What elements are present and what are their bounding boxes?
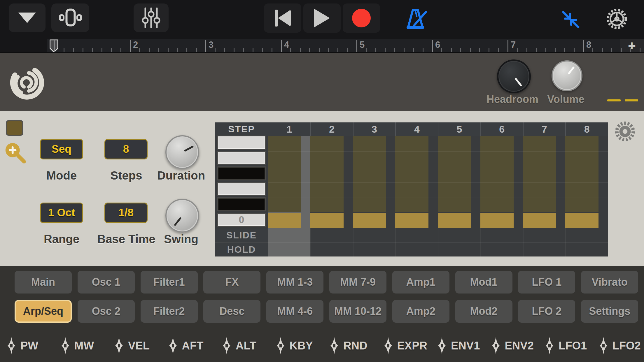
slide-cell[interactable] bbox=[523, 229, 566, 242]
slide-cell[interactable] bbox=[565, 229, 608, 242]
step-column-header[interactable]: 8 bbox=[565, 122, 608, 136]
tab-filter2[interactable]: Filter2 bbox=[141, 300, 198, 323]
tab-lfo-1[interactable]: LFO 1 bbox=[518, 271, 575, 294]
hold-cell[interactable] bbox=[523, 243, 566, 256]
mod-source-pw[interactable]: PW bbox=[7, 329, 38, 362]
mode-value-box[interactable]: Seq bbox=[40, 139, 83, 159]
tab-mod1[interactable]: Mod1 bbox=[455, 271, 512, 294]
tab-desc[interactable]: Desc bbox=[203, 300, 260, 323]
slide-cell[interactable] bbox=[268, 229, 310, 242]
tab-main[interactable]: Main bbox=[15, 271, 72, 294]
pitch-row-box[interactable] bbox=[217, 151, 266, 165]
step-value-bar[interactable] bbox=[353, 213, 386, 228]
step-note-cell[interactable] bbox=[310, 136, 344, 212]
step-column-header[interactable]: 2 bbox=[310, 122, 353, 136]
step-note-cell[interactable] bbox=[523, 136, 556, 212]
step-value-bar[interactable] bbox=[268, 213, 301, 228]
mod-source-lfo2[interactable]: LFO2 bbox=[599, 329, 641, 362]
step-note-cell[interactable] bbox=[268, 136, 301, 212]
slide-cell[interactable] bbox=[353, 229, 396, 242]
mod-source-kby[interactable]: KBY bbox=[276, 329, 313, 362]
disclosure-button[interactable] bbox=[9, 3, 46, 32]
ruler-strip[interactable]: + 2345678 bbox=[47, 39, 644, 52]
volume-knob[interactable] bbox=[552, 60, 582, 91]
step-note-cell[interactable] bbox=[353, 136, 386, 212]
hold-cell[interactable] bbox=[565, 243, 608, 256]
tab-mm-10-12[interactable]: MM 10-12 bbox=[329, 300, 386, 323]
grid-settings-gear-button[interactable] bbox=[614, 120, 636, 143]
step-column-header[interactable]: 7 bbox=[523, 122, 566, 136]
step-value-bar[interactable] bbox=[480, 213, 514, 228]
color-swatch[interactable] bbox=[6, 120, 23, 136]
step-note-cell[interactable] bbox=[438, 136, 471, 212]
metronome-button[interactable] bbox=[402, 7, 428, 31]
pitch-row-box[interactable] bbox=[217, 166, 266, 180]
rewind-button[interactable] bbox=[264, 3, 301, 33]
add-button[interactable]: + bbox=[628, 40, 636, 52]
hold-cell[interactable] bbox=[268, 243, 310, 256]
step-column-header[interactable]: 1 bbox=[268, 122, 310, 136]
mod-source-lfo1[interactable]: LFO1 bbox=[545, 329, 587, 362]
step-value-bar[interactable] bbox=[565, 213, 598, 228]
step-column-header[interactable]: 4 bbox=[395, 122, 438, 136]
step-value-bar[interactable] bbox=[310, 213, 344, 228]
record-button[interactable] bbox=[343, 3, 380, 33]
collapse-arrows-button[interactable] bbox=[561, 10, 580, 29]
hold-cell[interactable] bbox=[395, 243, 438, 256]
step-column-header[interactable]: 5 bbox=[438, 122, 480, 136]
step-note-cell[interactable] bbox=[480, 136, 514, 212]
tab-osc-1[interactable]: Osc 1 bbox=[78, 271, 135, 294]
tab-amp1[interactable]: Amp1 bbox=[392, 271, 449, 294]
tab-mod2[interactable]: Mod2 bbox=[455, 300, 512, 323]
mod-source-env1[interactable]: ENV1 bbox=[438, 329, 480, 362]
mod-source-expr[interactable]: EXPR bbox=[384, 329, 428, 362]
mod-source-aft[interactable]: AFT bbox=[169, 329, 204, 362]
mod-source-alt[interactable]: ALT bbox=[222, 329, 256, 362]
tab-arp-seq[interactable]: Arp/Seq bbox=[15, 300, 72, 323]
tab-amp2[interactable]: Amp2 bbox=[392, 300, 449, 323]
pitch-row-box[interactable] bbox=[217, 136, 266, 150]
mod-source-rnd[interactable]: RND bbox=[330, 329, 367, 362]
mod-source-env2[interactable]: ENV2 bbox=[491, 329, 534, 362]
tab-fx[interactable]: FX bbox=[203, 271, 260, 294]
tab-mm-4-6[interactable]: MM 4-6 bbox=[266, 300, 323, 323]
tab-vibrato[interactable]: Vibrato bbox=[581, 271, 638, 294]
tab-lfo-2[interactable]: LFO 2 bbox=[518, 300, 575, 323]
pitch-row-box[interactable] bbox=[217, 182, 266, 196]
slide-cell[interactable] bbox=[395, 229, 438, 242]
step-value-bar[interactable] bbox=[395, 213, 428, 228]
step-value-bar[interactable] bbox=[523, 213, 556, 228]
slide-cell[interactable] bbox=[480, 229, 523, 242]
tracks-view-button[interactable] bbox=[51, 3, 89, 32]
mixer-button[interactable] bbox=[134, 3, 169, 32]
range-value-box[interactable]: 1 Oct bbox=[40, 203, 83, 223]
step-note-cell[interactable] bbox=[395, 136, 428, 212]
step-value-bar[interactable] bbox=[438, 213, 471, 228]
base-time-value-box[interactable]: 1/8 bbox=[104, 203, 148, 223]
slide-cell[interactable] bbox=[438, 229, 480, 242]
tab-mm-1-3[interactable]: MM 1-3 bbox=[266, 271, 323, 294]
mod-source-mw[interactable]: MW bbox=[61, 329, 94, 362]
steps-value-box[interactable]: 8 bbox=[104, 139, 148, 159]
hold-cell[interactable] bbox=[438, 243, 480, 256]
step-column-header[interactable]: 6 bbox=[480, 122, 523, 136]
tab-osc-2[interactable]: Osc 2 bbox=[78, 300, 135, 323]
settings-gear-button[interactable] bbox=[606, 8, 628, 30]
zoom-magnifier-button[interactable] bbox=[2, 140, 29, 166]
step-column-header[interactable]: 3 bbox=[353, 122, 396, 136]
hold-cell[interactable] bbox=[310, 243, 353, 256]
pitch-row-box[interactable] bbox=[217, 197, 266, 211]
tab-mm-7-9[interactable]: MM 7-9 bbox=[329, 271, 386, 294]
mod-source-vel[interactable]: VEL bbox=[115, 329, 150, 362]
swing-knob[interactable] bbox=[165, 199, 199, 233]
tab-filter1[interactable]: Filter1 bbox=[141, 271, 198, 294]
octave-value-box[interactable]: 0 bbox=[217, 213, 266, 227]
slide-cell[interactable] bbox=[310, 229, 353, 242]
headroom-knob[interactable] bbox=[497, 59, 531, 93]
hold-cell[interactable] bbox=[480, 243, 523, 256]
duration-knob[interactable] bbox=[165, 135, 199, 169]
hold-cell[interactable] bbox=[353, 243, 396, 256]
tab-settings[interactable]: Settings bbox=[581, 300, 638, 323]
step-note-cell[interactable] bbox=[565, 136, 598, 212]
playhead-marker[interactable] bbox=[49, 39, 59, 53]
